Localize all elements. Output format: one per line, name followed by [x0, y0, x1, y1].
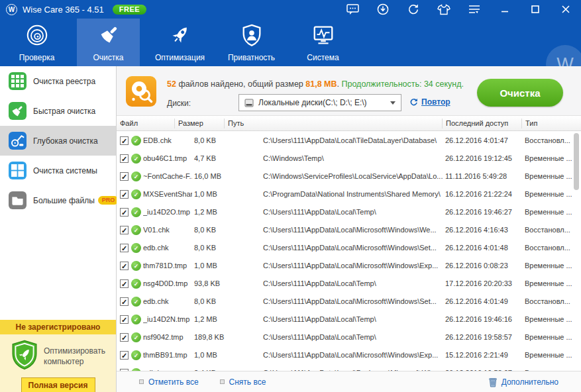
- deselect-all-link[interactable]: Снять все: [220, 377, 266, 387]
- registration-status: Не зарегистрировано: [0, 320, 116, 334]
- table-row[interactable]: ✓✓V01.chk8,0 KBC:\Users\111\AppData\Loca…: [117, 221, 581, 239]
- file-type: Временные ...: [525, 262, 578, 270]
- file-type: Временные ...: [525, 315, 578, 323]
- refresh-icon[interactable]: [398, 0, 429, 19]
- file-path: C:\Users\111\AppData\Local\Temp\: [263, 208, 443, 216]
- file-type: Временные ...: [525, 351, 578, 359]
- advanced-link[interactable]: Дополнительно: [488, 377, 558, 387]
- table-row[interactable]: ✓✓edb.chk8,0 KBC:\Users\111\AppData\Loca…: [117, 293, 581, 311]
- row-checkbox[interactable]: ✓: [120, 208, 129, 217]
- vertical-scrollbar[interactable]: [574, 133, 579, 190]
- file-name: EDB.chk: [143, 136, 192, 144]
- vacuum-icon: [9, 132, 26, 150]
- row-checkbox[interactable]: ✓: [120, 351, 129, 360]
- row-checkbox[interactable]: ✓: [120, 136, 129, 145]
- last-access-date: 11.11.2016 5:49:28: [445, 172, 507, 180]
- table-row[interactable]: ✓✓nsg4D0D.tmp93,8 KBC:\Users\111\AppData…: [117, 275, 581, 293]
- check-mark-icon: ✓: [121, 334, 127, 341]
- table-row[interactable]: ✓✓edb.log2,4 KBC:\Users\111\AppData\Loca…: [117, 364, 581, 371]
- table-header[interactable]: Файл Размер Путь Последний доступ Тип: [117, 117, 581, 131]
- last-access-date: 15.12.2016 2:21:49: [445, 351, 508, 359]
- last-access-date: 26.12.2016 19:46:16: [445, 315, 512, 323]
- maximize-button[interactable]: [520, 0, 551, 19]
- sidebar-item-deep-clean[interactable]: Глубокая очистка: [0, 126, 116, 156]
- row-checkbox[interactable]: ✓: [120, 190, 129, 199]
- feedback-icon[interactable]: [337, 0, 368, 19]
- table-row[interactable]: ✓✓thm781D.tmp1,0 MBC:\Users\111\AppData\…: [117, 257, 581, 275]
- radar-icon: [25, 23, 49, 50]
- table-row[interactable]: ✓✓obu46C1.tmp4,7 KBC:\Windows\Temp\26.12…: [117, 150, 581, 168]
- drive-icon: [244, 99, 254, 107]
- full-version-button[interactable]: Полная версия: [21, 377, 95, 392]
- table-row[interactable]: ✓✓thmBB91.tmp1,0 MBC:\Users\111\AppData\…: [117, 346, 581, 364]
- file-path: C:\Users\111\AppData\Local\TileDataLayer…: [263, 136, 443, 144]
- last-access-date: 26.12.2016 19:58:57: [445, 333, 512, 341]
- status-ok-icon: ✓: [131, 154, 141, 164]
- sidebar-item-quick-clean[interactable]: Быстрая очистка: [0, 96, 116, 126]
- status-ok-icon: ✓: [131, 207, 141, 217]
- minimize-button[interactable]: [490, 0, 520, 19]
- row-checkbox[interactable]: ✓: [120, 154, 129, 163]
- scan-result-text: 52 файлов найдено, общий размер 81,8 MB.…: [167, 79, 464, 89]
- table-row[interactable]: ✓✓~FontCache-F...16,0 MBC:\Windows\Servi…: [117, 168, 581, 185]
- check-mark-icon: ✓: [121, 227, 127, 234]
- file-path: C:\Users\111\AppData\Local\Microsoft\Win…: [263, 297, 443, 305]
- row-checkbox[interactable]: ✓: [120, 333, 129, 342]
- tab-optimization[interactable]: Оптимизация: [148, 19, 211, 66]
- free-badge: FREE: [113, 5, 146, 15]
- check-mark-icon: ✓: [121, 352, 127, 359]
- title-bar: W Wise Care 365 - 4.51 FREE: [0, 0, 581, 19]
- tab-check[interactable]: Проверка: [5, 19, 68, 66]
- row-checkbox[interactable]: ✓: [120, 279, 129, 288]
- rescan-link[interactable]: Повтор: [409, 97, 450, 107]
- last-access-date: 26.12.2016 4:01:49: [445, 297, 508, 305]
- tab-label: Система: [307, 53, 339, 62]
- row-checkbox[interactable]: ✓: [120, 226, 129, 234]
- sidebar-item-system-clean[interactable]: Очистка системы: [0, 156, 116, 185]
- column-header-type[interactable]: Тип: [525, 119, 537, 127]
- last-access-date: 17.12.2016 20:20:33: [445, 279, 512, 287]
- theme-skin-icon[interactable]: [429, 0, 459, 19]
- file-type: Временные ...: [525, 172, 578, 180]
- file-size: 1,2 MB: [194, 315, 217, 323]
- close-button[interactable]: [551, 0, 581, 19]
- column-header-path[interactable]: Путь: [228, 119, 244, 127]
- windows-icon: [9, 162, 26, 179]
- tab-system[interactable]: Система: [291, 19, 354, 66]
- row-checkbox[interactable]: ✓: [120, 172, 129, 181]
- check-mark-icon: ✓: [121, 138, 127, 144]
- tab-cleanup[interactable]: Очистка: [77, 19, 140, 66]
- row-checkbox[interactable]: ✓: [120, 315, 129, 324]
- disks-dropdown[interactable]: Локальные диски(C:\; D:\; E:\): [238, 94, 401, 111]
- menu-icon[interactable]: [459, 0, 490, 19]
- download-updates-icon[interactable]: [368, 0, 398, 19]
- table-row[interactable]: ✓✓_iu14D2O.tmp1,2 MBC:\Users\111\AppData…: [117, 203, 581, 221]
- file-size: 1,0 MB: [194, 351, 217, 359]
- grid-icon: [9, 72, 26, 90]
- column-header-last-access[interactable]: Последний доступ: [446, 119, 508, 127]
- file-name: edb.chk: [143, 244, 192, 252]
- clean-button[interactable]: Очистка: [477, 79, 563, 107]
- table-row[interactable]: ✓✓_iu14D2N.tmp1,2 MBC:\Users\111\AppData…: [117, 311, 581, 328]
- sidebar-item-big-files[interactable]: Большие файлы PRO: [0, 185, 116, 215]
- row-checkbox[interactable]: ✓: [120, 244, 129, 252]
- select-all-link[interactable]: Отметить все: [139, 377, 199, 387]
- row-checkbox[interactable]: ✓: [120, 262, 129, 270]
- file-name: nsf9042.tmp: [143, 333, 192, 341]
- table-row[interactable]: ✓✓nsf9042.tmp189,8 KBC:\Users\111\AppDat…: [117, 328, 581, 346]
- table-row[interactable]: ✓✓EDB.chk8,0 KBC:\Users\111\AppData\Loca…: [117, 132, 581, 150]
- file-size: 189,8 KB: [194, 333, 224, 341]
- tab-privacy[interactable]: Приватность: [220, 19, 283, 66]
- sidebar-item-label: Быстрая очистка: [33, 107, 95, 116]
- table-row[interactable]: ✓✓MXSEventShar...1,0 MBC:\ProgramData\Na…: [117, 185, 581, 203]
- check-mark-icon: ✓: [121, 281, 127, 287]
- last-access-date: 16.12.2016 21:22:24: [445, 190, 512, 198]
- column-header-size[interactable]: Размер: [178, 119, 203, 127]
- sidebar-item-registry-cleaner[interactable]: Очистка реестра: [0, 66, 116, 96]
- row-checkbox[interactable]: ✓: [120, 297, 129, 306]
- file-size: 8,0 KB: [194, 136, 216, 144]
- file-path: C:\Users\111\AppData\Local\Microsoft\Win…: [263, 226, 443, 234]
- table-row[interactable]: ✓✓edb.chk8,0 KBC:\Users\111\AppData\Loca…: [117, 239, 581, 257]
- file-path: C:\Users\111\AppData\Local\Temp\: [263, 315, 443, 323]
- column-header-file[interactable]: Файл: [120, 119, 138, 127]
